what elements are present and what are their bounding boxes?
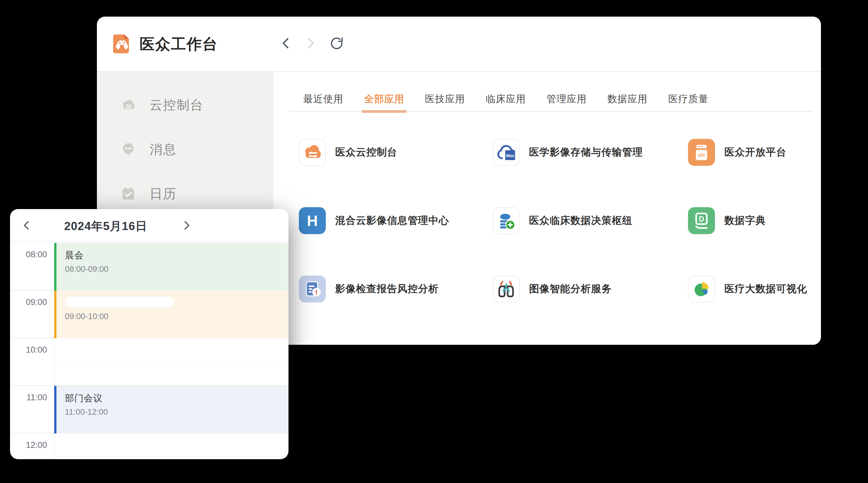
- events-column: 晨会 08:00-09:00 09:00-10:00 部门会议 11:00-12…: [54, 243, 288, 459]
- desktop-background: 医众工作台: [0, 0, 868, 483]
- event-title: 晨会: [65, 249, 282, 262]
- letter-h-icon: H: [299, 207, 326, 234]
- app-label: 医疗大数据可视化: [724, 282, 807, 296]
- previous-day-button[interactable]: [20, 218, 34, 233]
- app-data-dictionary[interactable]: D 数据字典: [688, 207, 766, 234]
- next-day-button[interactable]: [179, 218, 194, 233]
- chat-bubble-icon: [120, 141, 136, 158]
- app-hybrid-cloud-imaging-center[interactable]: H 混合云影像信息管理中心: [299, 207, 449, 234]
- redacted-event-title: [65, 297, 174, 307]
- tab-management-apps[interactable]: 管理应用: [547, 93, 587, 107]
- app-image-ai-analysis[interactable]: 图像智能分析服务: [493, 276, 612, 302]
- sidebar-item-messages[interactable]: 消息: [97, 138, 274, 161]
- app-label: 医众云控制台: [335, 146, 397, 159]
- app-label: 医学影像存储与传输管理: [529, 146, 643, 159]
- app-logo-owl-document-icon: [111, 33, 133, 55]
- content-area: 最近使用 全部应用 医技应用 临床应用 管理应用 数据应用 医疗质量: [274, 72, 821, 345]
- refresh-icon: [329, 36, 344, 51]
- tab-recently-used[interactable]: 最近使用: [303, 93, 343, 107]
- cloud-transfer-icon: [299, 139, 326, 166]
- calendar-day-grid: 08:00 09:00 10:00 11:00 12:00 晨会 08:00-0…: [10, 243, 288, 459]
- app-cloud-console[interactable]: 医众云控制台: [299, 139, 397, 166]
- sidebar-item-cloud-console[interactable]: 云控制台: [97, 94, 274, 116]
- calendar-date: 2024年5月16日: [48, 219, 164, 234]
- tab-clinical-apps[interactable]: 临床应用: [486, 93, 526, 107]
- back-button[interactable]: [278, 35, 294, 51]
- tab-bar-divider: [289, 111, 812, 111]
- event-time: 11:00-12:00: [65, 407, 282, 417]
- chevron-right-icon: [303, 36, 318, 51]
- app-report-risk-analysis[interactable]: ! 影像检查报告风控分析: [299, 276, 439, 302]
- code-window-icon: </>: [688, 139, 715, 166]
- app-label: 数据字典: [724, 214, 766, 228]
- hour-label: 10:00: [10, 345, 47, 355]
- event-time: 08:00-09:00: [65, 264, 282, 274]
- sidebar-item-label: 云控制台: [150, 97, 204, 114]
- sidebar-item-label: 消息: [150, 141, 177, 158]
- app-title: 医众工作台: [140, 34, 218, 54]
- tab-all-apps[interactable]: 全部应用: [364, 93, 404, 107]
- app-label: 混合云影像信息管理中心: [335, 214, 449, 228]
- app-clinical-data-hub[interactable]: 医众临床数据决策枢纽: [493, 207, 632, 234]
- dictionary-book-icon: D: [688, 207, 715, 234]
- chevron-left-icon: [279, 36, 293, 51]
- app-label: 医众临床数据决策枢纽: [529, 214, 632, 228]
- forward-button[interactable]: [303, 35, 318, 51]
- tab-bar: 最近使用 全部应用 医技应用 临床应用 管理应用 数据应用 医疗质量: [303, 93, 708, 107]
- calendar-check-icon: [120, 186, 136, 202]
- chevron-right-icon: [180, 219, 192, 232]
- svg-text:</>: </>: [698, 153, 705, 158]
- hour-label: 09:00: [10, 297, 47, 307]
- cloud-storage-icon: Mas: [493, 139, 520, 166]
- tab-medtech-apps[interactable]: 医技应用: [425, 93, 465, 107]
- svg-text:!: !: [315, 288, 317, 296]
- sidebar-item-label: 日历: [150, 185, 177, 202]
- database-plus-icon: [493, 207, 520, 234]
- svg-text:H: H: [307, 213, 318, 229]
- report-alert-icon: !: [299, 276, 326, 302]
- tab-data-apps[interactable]: 数据应用: [608, 93, 648, 107]
- calendar-panel: 2024年5月16日 08:00 09:00 10:00 11:00 12:00…: [10, 209, 288, 459]
- svg-text:D: D: [699, 215, 704, 223]
- app-open-platform[interactable]: </> 医众开放平台: [688, 139, 786, 166]
- app-label: 影像检查报告风控分析: [335, 282, 439, 296]
- event-time: 09:00-10:00: [65, 312, 282, 321]
- event-title: 部门会议: [65, 392, 282, 405]
- lungs-icon: [493, 276, 520, 302]
- app-label: 医众开放平台: [724, 146, 786, 159]
- chevron-left-icon: [21, 219, 33, 232]
- calendar-event-morning-meeting[interactable]: 晨会 08:00-09:00: [54, 243, 288, 291]
- hour-label: 12:00: [10, 440, 47, 450]
- tab-medical-quality[interactable]: 医疗质量: [668, 93, 708, 107]
- sidebar-item-calendar[interactable]: 日历: [97, 183, 274, 205]
- app-big-data-visualization[interactable]: 医疗大数据可视化: [688, 276, 807, 302]
- app-label: 图像智能分析服务: [529, 282, 612, 296]
- app-medical-image-storage[interactable]: Mas 医学影像存储与传输管理: [493, 139, 643, 166]
- window-header: 医众工作台: [97, 17, 821, 72]
- cloud-transfer-icon: [120, 97, 136, 113]
- hour-label: 08:00: [10, 250, 47, 260]
- pie-chart-icon: [688, 276, 715, 302]
- hour-label: 11:00: [10, 393, 47, 402]
- refresh-button[interactable]: [329, 35, 345, 51]
- calendar-event-redacted[interactable]: 09:00-10:00: [54, 291, 288, 338]
- icon-badge-text: Mas: [506, 153, 514, 158]
- calendar-event-department-meeting[interactable]: 部门会议 11:00-12:00: [54, 386, 288, 433]
- calendar-header: 2024年5月16日: [10, 209, 288, 242]
